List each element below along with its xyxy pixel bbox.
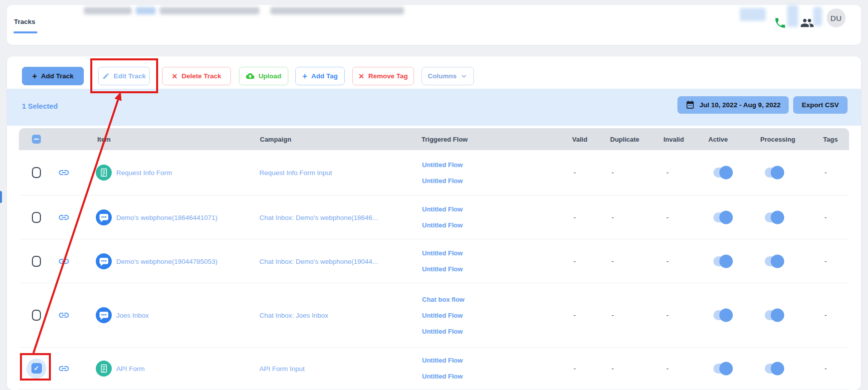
columns-dropdown[interactable]: Columns [422, 67, 474, 85]
add-track-button[interactable]: + Add Track [22, 67, 84, 85]
tags-value: - [825, 213, 827, 221]
redacted-chip [813, 7, 822, 26]
duplicate-value: - [612, 311, 614, 319]
item-label[interactable]: Request Info Form [116, 169, 172, 177]
x-icon: ✕ [172, 72, 178, 80]
triggered-flow-link[interactable]: Chat box flow [422, 294, 464, 305]
top-bar: Tracks DU [7, 5, 861, 45]
processing-toggle[interactable] [765, 364, 784, 374]
link-icon[interactable] [58, 255, 70, 267]
processing-toggle[interactable] [765, 310, 784, 320]
active-toggle[interactable] [713, 364, 732, 374]
add-track-label: Add Track [41, 72, 73, 80]
processing-toggle[interactable] [765, 256, 784, 266]
row-checkbox[interactable] [32, 167, 41, 178]
triggered-flow-link[interactable]: Untitled Flow [422, 248, 463, 258]
redacted-banner-chip [136, 7, 156, 14]
item-label[interactable]: API Form [116, 365, 145, 372]
remove-tag-label: Remove Tag [368, 72, 408, 80]
row-checkbox[interactable] [32, 310, 41, 321]
active-toggle[interactable] [713, 310, 732, 320]
row-checkbox[interactable] [32, 256, 41, 267]
form-icon [96, 165, 112, 181]
triggered-flow-link[interactable]: Untitled Flow [422, 160, 463, 170]
campaign-link[interactable]: API Form Input [259, 365, 305, 372]
triggered-flow-link[interactable]: Untitled Flow [422, 204, 463, 214]
link-icon[interactable] [58, 363, 70, 375]
active-toggle[interactable] [713, 212, 732, 222]
delete-track-label: Delete Track [182, 72, 221, 80]
triggered-flow-link[interactable]: Untitled Flow [422, 310, 464, 321]
campaign-link[interactable]: Chat Inbox: Demo's webphone(18646... [259, 213, 378, 221]
triggered-flow-link[interactable]: Untitled Flow [422, 371, 463, 382]
triggered-flows-cell: Untitled FlowUntitled Flow [422, 195, 463, 239]
date-range-label: Jul 10, 2022 - Aug 9, 2022 [699, 101, 780, 109]
row-checkbox-cell [32, 167, 41, 178]
duplicate-value: - [612, 169, 614, 177]
triggered-flows-cell: Chat box flowUntitled FlowUntitled Flow [422, 283, 464, 347]
triggered-flow-link[interactable]: Untitled Flow [422, 264, 463, 274]
date-range-button[interactable]: Jul 10, 2022 - Aug 9, 2022 [677, 96, 789, 114]
checkbox-halo: ✓ [26, 359, 46, 379]
item-label[interactable]: Demo's webphone(18646441071) [116, 213, 217, 221]
invalid-value: - [666, 213, 669, 221]
redacted-chip [740, 8, 766, 21]
triggered-flow-link[interactable]: Untitled Flow [422, 355, 463, 366]
delete-track-button[interactable]: ✕ Delete Track [162, 67, 231, 85]
triggered-flows-cell: Untitled FlowUntitled Flow [422, 150, 463, 195]
upload-label: Upload [258, 72, 281, 80]
row-checkbox[interactable]: ✓ [31, 363, 42, 374]
invalid-value: - [666, 365, 669, 373]
tags-value: - [825, 365, 827, 373]
calendar-icon [685, 100, 695, 110]
export-csv-button[interactable]: Export CSV [793, 96, 848, 114]
redacted-banner-text [270, 7, 404, 14]
tab-tracks[interactable]: Tracks [14, 18, 35, 25]
duplicate-value: - [612, 257, 614, 265]
item-label[interactable]: Demo's webphone(19044785053) [116, 257, 217, 265]
row-checkbox-cell: ✓ [26, 359, 46, 379]
row-checkbox-cell [32, 256, 41, 267]
triggered-flows-cell: Untitled FlowUntitled Flow [422, 348, 463, 389]
column-header-triggered-flow: Triggered Flow [422, 136, 467, 143]
chevron-down-icon [460, 73, 467, 80]
phone-icon[interactable] [773, 16, 787, 30]
item-label[interactable]: Joes Inbox [116, 312, 149, 319]
valid-value: - [574, 213, 576, 221]
add-tag-button[interactable]: + Add Tag [295, 67, 345, 85]
people-icon[interactable] [800, 16, 814, 30]
select-all-checkbox[interactable] [32, 135, 41, 144]
table-row: Joes InboxChat Inbox: Joes InboxChat box… [19, 283, 849, 348]
redacted-banner-text [160, 7, 259, 14]
edit-track-button[interactable]: Edit Track [98, 67, 150, 85]
triggered-flow-link[interactable]: Untitled Flow [422, 326, 464, 337]
tags-value: - [825, 169, 827, 177]
processing-toggle[interactable] [765, 212, 784, 222]
chat-icon [96, 209, 112, 225]
table-header: Item Campaign Triggered Flow Valid Dupli… [19, 128, 849, 150]
column-header-tags: Tags [823, 136, 838, 143]
triggered-flow-link[interactable]: Untitled Flow [422, 220, 463, 230]
row-checkbox-cell [32, 310, 41, 321]
campaign-link[interactable]: Chat Inbox: Joes Inbox [259, 312, 328, 319]
link-icon[interactable] [58, 309, 70, 321]
table-row: Demo's webphone(19044785053)Chat Inbox: … [19, 239, 849, 283]
active-toggle[interactable] [713, 168, 732, 178]
plus-icon: + [302, 71, 307, 81]
row-checkbox[interactable] [32, 212, 41, 223]
processing-toggle[interactable] [765, 168, 784, 178]
active-toggle[interactable] [713, 256, 732, 266]
upload-button[interactable]: Upload [239, 67, 288, 85]
link-icon[interactable] [58, 167, 70, 179]
avatar[interactable]: DU [827, 8, 846, 27]
campaign-link[interactable]: Request Info Form Input [259, 169, 332, 177]
valid-value: - [574, 169, 576, 177]
duplicate-value: - [612, 365, 614, 373]
add-tag-label: Add Tag [311, 72, 338, 80]
campaign-link[interactable]: Chat Inbox: Demo's webphone(19044... [259, 257, 378, 265]
invalid-value: - [666, 257, 669, 265]
remove-tag-button[interactable]: ✕ Remove Tag [352, 67, 414, 85]
triggered-flow-link[interactable]: Untitled Flow [422, 176, 463, 186]
valid-value: - [574, 257, 576, 265]
link-icon[interactable] [58, 211, 70, 223]
